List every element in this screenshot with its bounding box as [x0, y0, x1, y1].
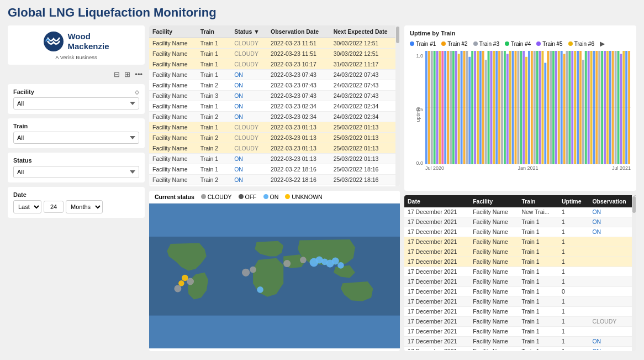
table-row: Facility NameTrain 2CLOUDY2022-03-23 01:… [149, 133, 400, 143]
bottom-table-scroll-area[interactable]: Date Facility Train Uptime Observation 1… [404, 195, 636, 350]
table-cell: Facility Name [149, 49, 197, 59]
svg-rect-63 [541, 51, 543, 164]
svg-point-5 [300, 257, 307, 263]
bottom-table-cell [589, 237, 636, 247]
legend-dot-train4 [505, 41, 509, 46]
table-cell: CLOUDY [231, 38, 267, 49]
legend-next-icon[interactable]: ▶ [600, 40, 605, 48]
facility-select[interactable]: All [13, 97, 139, 109]
table-cell: 24/03/2022 02:34 [330, 112, 400, 122]
table-cell: 2022-03-23 07:43 [267, 70, 330, 80]
svg-rect-48 [501, 51, 503, 164]
list-item: 17 December 2021Facility NameTrain 11 [404, 326, 636, 336]
svg-rect-34 [463, 51, 466, 164]
table-cell: 25/03/2022 01:13 [330, 122, 400, 133]
bottom-table-cell: Train 1 [518, 247, 558, 257]
table-cell: 2022-03-23 07:43 [267, 80, 330, 91]
table-cell: 2022-03-23 02:34 [267, 112, 330, 122]
filter-icon[interactable]: ⊟ [114, 70, 120, 79]
table-cell: Facility Name [149, 154, 197, 164]
bottom-table-cell: Train 1 [518, 316, 558, 326]
svg-rect-89 [612, 51, 614, 164]
uptime-panel-title: Uptime by Train [410, 30, 631, 36]
svg-rect-44 [490, 51, 492, 164]
top-table-header-row: Facility Train Status ▼ Observation Date… [149, 25, 400, 38]
bottom-table-cell: 17 December 2021 [404, 217, 469, 227]
bottom-table-cell: Train 1 [518, 217, 558, 227]
svg-point-16 [257, 286, 263, 293]
date-prefix-select[interactable]: Last [13, 200, 41, 213]
bottom-table-cell: 1 [558, 247, 589, 257]
table-cell: Train 2 [197, 80, 231, 91]
top-table-scrollbar[interactable] [395, 25, 400, 186]
status-select[interactable]: All [13, 166, 139, 178]
svg-rect-79 [585, 51, 587, 164]
table-cell: Train 1 [197, 59, 231, 70]
bottom-table-cell: Train 1 [518, 257, 558, 267]
bottom-table-cell: 1 [558, 326, 589, 336]
bottom-col-train: Train [518, 195, 558, 207]
table-cell: Train 1 [197, 164, 231, 175]
bottom-table-cell: 1 [558, 257, 589, 267]
table-cell: CLOUDY [231, 122, 267, 133]
bottom-table-cell: ON [589, 217, 636, 227]
bottom-table-cell: 1 [558, 237, 589, 247]
table-row: Facility NameTrain 1ON2022-03-23 01:1325… [149, 154, 400, 164]
legend-dot-train3 [473, 41, 478, 46]
svg-rect-37 [471, 51, 473, 164]
table-cell: Facility Name [149, 164, 197, 175]
svg-rect-68 [555, 51, 557, 164]
legend-train5: Train #5 [536, 40, 562, 48]
table-cell: ON [231, 175, 267, 185]
bottom-table-cell: Facility Name [469, 257, 518, 267]
bottom-table-cell: Train 1 [518, 227, 558, 237]
unknown-dot [285, 194, 290, 199]
bottom-table-cell: ON [589, 336, 636, 346]
bottom-table-cell: Train 1 [518, 237, 558, 247]
svg-rect-74 [571, 51, 573, 164]
bottom-table-cell: 17 December 2021 [404, 237, 469, 247]
table-icon[interactable]: ⊞ [124, 70, 130, 79]
svg-rect-55 [520, 51, 522, 164]
bottom-table-cell: 1 [558, 217, 589, 227]
table-cell: 2022-03-23 01:13 [267, 143, 330, 154]
svg-rect-84 [598, 51, 600, 164]
svg-rect-47 [498, 51, 500, 164]
top-table-body: Facility NameTrain 1CLOUDY2022-03-23 11:… [149, 38, 400, 186]
bottom-table-cell: 17 December 2021 [404, 306, 469, 316]
date-value-input[interactable] [44, 201, 64, 213]
bottom-table-cell: Train 1 [518, 306, 558, 316]
bottom-table-cell: Facility Name [469, 237, 518, 247]
table-cell: 2022-03-23 01:13 [267, 154, 330, 164]
facility-filter-icon: ◇ [135, 89, 139, 95]
svg-rect-35 [466, 51, 468, 164]
svg-rect-20 [425, 51, 427, 164]
svg-rect-22 [431, 51, 433, 164]
legend-dot-train5 [536, 41, 541, 46]
table-cell: Facility Name [149, 80, 197, 91]
svg-rect-29 [450, 51, 452, 164]
filter-toolbar: ⊟ ⊞ ••• [8, 69, 145, 80]
svg-rect-25 [439, 51, 441, 164]
svg-rect-73 [568, 51, 571, 164]
svg-rect-21 [428, 51, 430, 164]
list-item: 17 December 2021Facility NameNew Trai...… [404, 207, 636, 217]
on-legend: ON [263, 194, 279, 200]
bottom-table-cell: 17 December 2021 [404, 326, 469, 336]
table-row: Facility NameTrain 1CLOUDY2022-03-23 01:… [149, 122, 400, 133]
col-train: Train [197, 25, 231, 38]
svg-rect-43 [488, 51, 490, 164]
bottom-table-cell [589, 267, 636, 276]
more-icon[interactable]: ••• [135, 70, 142, 79]
bottom-table-cell: New Trai... [518, 207, 558, 217]
table-cell: ON [231, 91, 267, 101]
table-cell: Facility Name [149, 59, 197, 70]
bottom-table-cell: 17 December 2021 [404, 247, 469, 257]
bottom-table-scrollbar[interactable] [632, 195, 636, 352]
wood-mackenzie-logo-icon [43, 31, 64, 52]
svg-rect-31 [455, 51, 457, 164]
y-axis-label: uptime [415, 107, 421, 122]
train-select[interactable]: All [13, 132, 139, 144]
date-unit-select[interactable]: Months Days Years [66, 200, 103, 213]
bottom-table-cell: Facility Name [469, 336, 518, 346]
